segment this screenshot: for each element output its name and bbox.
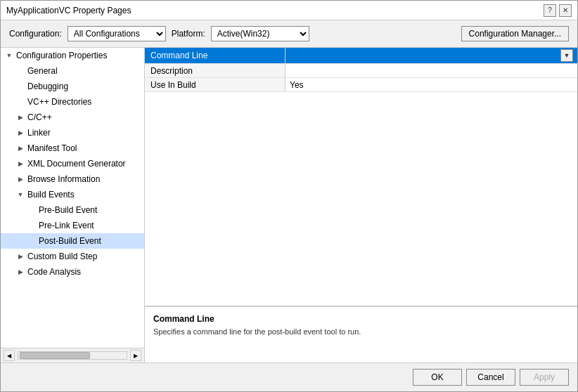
tree-label-manifest-tool: Manifest Tool	[26, 143, 78, 154]
cancel-button[interactable]: Cancel	[466, 369, 515, 386]
prop-row-description[interactable]: Description	[145, 64, 577, 78]
expand-icon-config-props[interactable]: ▼	[4, 50, 15, 61]
tree-panel: ▼Configuration PropertiesGeneralDebuggin…	[1, 48, 145, 362]
tree-label-build-events: Build Events	[26, 189, 76, 200]
tree-item-debugging[interactable]: Debugging	[1, 79, 144, 94]
spacer-pre-link	[26, 220, 37, 231]
scroll-right-arrow[interactable]: ▶	[130, 350, 141, 361]
tree-label-browse-info: Browse Information	[26, 174, 101, 185]
tree-item-code-analysis[interactable]: ▶Code Analysis	[1, 264, 144, 280]
tree-label-xml-doc: XML Document Generator	[26, 158, 127, 169]
tree-item-general[interactable]: General	[1, 63, 144, 79]
ok-button[interactable]: OK	[413, 369, 462, 386]
tree-item-browse-info[interactable]: ▶Browse Information	[1, 171, 144, 187]
expand-icon-build-events[interactable]: ▼	[15, 189, 26, 200]
tree-item-manifest-tool[interactable]: ▶Manifest Tool	[1, 141, 144, 156]
close-button[interactable]: ✕	[559, 4, 572, 17]
scroll-left-arrow[interactable]: ◀	[4, 350, 15, 361]
hscroll-thumb[interactable]	[20, 352, 90, 359]
bottom-bar: OK Cancel Apply	[1, 362, 577, 391]
prop-dropdown-btn-command-line[interactable]: ▼	[560, 49, 573, 62]
tree-item-cpp[interactable]: ▶C/C++	[1, 110, 144, 125]
property-pages-window: MyApplicationVC Property Pages ? ✕ Confi…	[0, 0, 578, 392]
property-panel: Command Line▼DescriptionUse In BuildYes …	[145, 48, 577, 362]
tree-label-general: General	[26, 65, 59, 77]
tree-label-debugging: Debugging	[26, 81, 70, 92]
tree-item-build-events[interactable]: ▼Build Events	[1, 187, 144, 202]
tree-item-post-build[interactable]: Post-Build Event	[1, 233, 144, 249]
prop-name-command-line: Command Line	[145, 48, 285, 63]
spacer-general	[15, 65, 26, 77]
tree-label-code-analysis: Code Analysis	[26, 266, 82, 277]
expand-icon-linker[interactable]: ▶	[15, 127, 26, 138]
platform-dropdown[interactable]: Active(Win32)	[211, 26, 309, 41]
tree-label-pre-build: Pre-Build Event	[37, 204, 98, 216]
prop-value-command-line[interactable]: ▼	[285, 48, 577, 63]
tree-label-linker: Linker	[26, 127, 52, 138]
spacer-vc-dirs	[15, 96, 26, 107]
prop-value-text-use-in-build: Yes	[290, 80, 304, 90]
tree-item-custom-build[interactable]: ▶Custom Build Step	[1, 249, 144, 264]
expand-icon-manifest-tool[interactable]: ▶	[15, 143, 26, 154]
prop-name-description: Description	[145, 64, 285, 77]
spacer-debugging	[15, 81, 26, 92]
main-content: ▼Configuration PropertiesGeneralDebuggin…	[1, 48, 577, 362]
prop-row-command-line[interactable]: Command Line▼	[145, 48, 577, 64]
prop-name-use-in-build: Use In Build	[145, 78, 285, 91]
tree-scroll[interactable]: ▼Configuration PropertiesGeneralDebuggin…	[1, 48, 144, 348]
tree-label-vc-dirs: VC++ Directories	[26, 96, 93, 107]
expand-icon-code-analysis[interactable]: ▶	[15, 266, 26, 277]
tree-item-vc-dirs[interactable]: VC++ Directories	[1, 94, 144, 110]
tree-item-xml-doc[interactable]: ▶XML Document Generator	[1, 156, 144, 171]
help-button[interactable]: ?	[544, 4, 556, 17]
tree-item-pre-build[interactable]: Pre-Build Event	[1, 202, 144, 218]
prop-value-description	[285, 64, 577, 77]
description-panel: Command Line Specifies a command line fo…	[145, 306, 577, 362]
title-bar: MyApplicationVC Property Pages ? ✕	[1, 1, 577, 20]
config-label: Configuration:	[9, 29, 62, 39]
hscroll-track	[18, 351, 127, 360]
prop-value-use-in-build: Yes	[285, 78, 577, 91]
expand-icon-xml-doc[interactable]: ▶	[15, 158, 26, 169]
tree-label-pre-link: Pre-Link Event	[37, 220, 96, 231]
description-title: Command Line	[153, 314, 569, 324]
prop-row-use-in-build[interactable]: Use In BuildYes	[145, 78, 577, 92]
apply-button[interactable]: Apply	[520, 369, 569, 386]
tree-horizontal-scroll: ◀ ▶	[1, 348, 144, 362]
window-title: MyApplicationVC Property Pages	[6, 6, 131, 15]
tree-item-config-props[interactable]: ▼Configuration Properties	[1, 48, 144, 63]
spacer-post-build	[26, 235, 37, 247]
expand-icon-custom-build[interactable]: ▶	[15, 251, 26, 262]
description-text: Specifies a command line for the post-bu…	[153, 327, 569, 337]
configuration-manager-button[interactable]: Configuration Manager...	[461, 26, 569, 41]
property-grid: Command Line▼DescriptionUse In BuildYes	[145, 48, 577, 306]
tree-label-custom-build: Custom Build Step	[26, 251, 98, 262]
title-bar-controls: ? ✕	[544, 4, 572, 17]
configuration-dropdown[interactable]: All Configurations	[68, 26, 166, 41]
spacer-pre-build	[26, 204, 37, 216]
tree-item-linker[interactable]: ▶Linker	[1, 125, 144, 141]
expand-icon-cpp[interactable]: ▶	[15, 112, 26, 123]
expand-icon-browse-info[interactable]: ▶	[15, 174, 26, 185]
tree-label-cpp: C/C++	[26, 112, 53, 123]
tree-label-post-build: Post-Build Event	[37, 235, 103, 247]
tree-item-pre-link[interactable]: Pre-Link Event	[1, 218, 144, 233]
tree-label-config-props: Configuration Properties	[15, 50, 108, 61]
platform-label: Platform:	[172, 29, 205, 39]
config-bar: Configuration: All Configurations Platfo…	[1, 20, 577, 48]
